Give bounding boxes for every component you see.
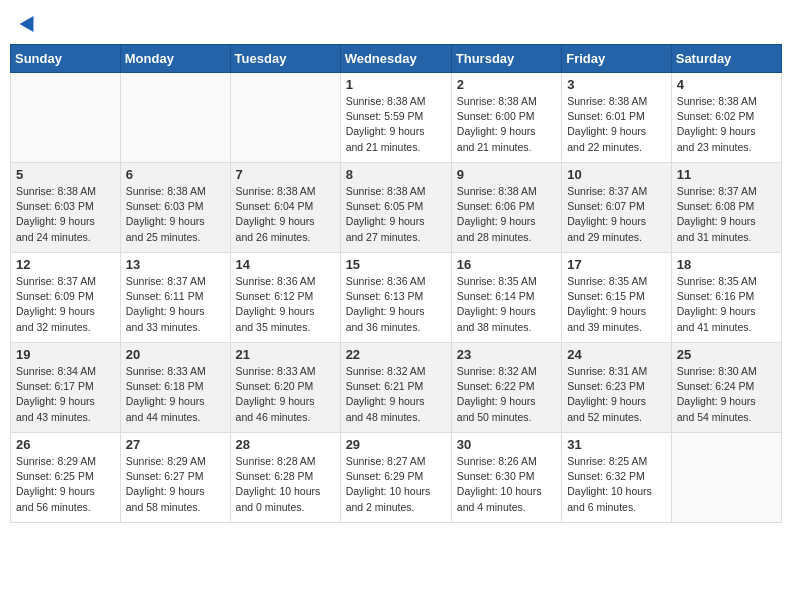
day-number: 26 [16,437,115,452]
calendar-day-5: 5Sunrise: 8:38 AM Sunset: 6:03 PM Daylig… [11,163,121,253]
calendar-day-3: 3Sunrise: 8:38 AM Sunset: 6:01 PM Daylig… [562,73,672,163]
day-info: Sunrise: 8:29 AM Sunset: 6:27 PM Dayligh… [126,454,225,515]
calendar-day-23: 23Sunrise: 8:32 AM Sunset: 6:22 PM Dayli… [451,343,561,433]
page-header [10,10,782,34]
day-number: 2 [457,77,556,92]
day-number: 15 [346,257,446,272]
calendar-day-30: 30Sunrise: 8:26 AM Sunset: 6:30 PM Dayli… [451,433,561,523]
day-number: 3 [567,77,666,92]
calendar-table: SundayMondayTuesdayWednesdayThursdayFrid… [10,44,782,523]
day-number: 27 [126,437,225,452]
calendar-day-28: 28Sunrise: 8:28 AM Sunset: 6:28 PM Dayli… [230,433,340,523]
calendar-header-monday: Monday [120,45,230,73]
day-number: 25 [677,347,776,362]
day-info: Sunrise: 8:26 AM Sunset: 6:30 PM Dayligh… [457,454,556,515]
calendar-day-19: 19Sunrise: 8:34 AM Sunset: 6:17 PM Dayli… [11,343,121,433]
calendar-week-row: 1Sunrise: 8:38 AM Sunset: 5:59 PM Daylig… [11,73,782,163]
day-number: 24 [567,347,666,362]
day-info: Sunrise: 8:28 AM Sunset: 6:28 PM Dayligh… [236,454,335,515]
calendar-empty-cell [11,73,121,163]
calendar-header-tuesday: Tuesday [230,45,340,73]
day-info: Sunrise: 8:37 AM Sunset: 6:07 PM Dayligh… [567,184,666,245]
calendar-day-20: 20Sunrise: 8:33 AM Sunset: 6:18 PM Dayli… [120,343,230,433]
calendar-empty-cell [230,73,340,163]
day-number: 18 [677,257,776,272]
day-info: Sunrise: 8:38 AM Sunset: 6:00 PM Dayligh… [457,94,556,155]
day-number: 6 [126,167,225,182]
day-info: Sunrise: 8:36 AM Sunset: 6:13 PM Dayligh… [346,274,446,335]
day-info: Sunrise: 8:38 AM Sunset: 6:01 PM Dayligh… [567,94,666,155]
calendar-day-26: 26Sunrise: 8:29 AM Sunset: 6:25 PM Dayli… [11,433,121,523]
day-number: 11 [677,167,776,182]
day-info: Sunrise: 8:38 AM Sunset: 6:03 PM Dayligh… [16,184,115,245]
calendar-day-16: 16Sunrise: 8:35 AM Sunset: 6:14 PM Dayli… [451,253,561,343]
day-info: Sunrise: 8:34 AM Sunset: 6:17 PM Dayligh… [16,364,115,425]
day-number: 22 [346,347,446,362]
day-number: 13 [126,257,225,272]
calendar-day-2: 2Sunrise: 8:38 AM Sunset: 6:00 PM Daylig… [451,73,561,163]
day-info: Sunrise: 8:37 AM Sunset: 6:11 PM Dayligh… [126,274,225,335]
calendar-empty-cell [671,433,781,523]
calendar-day-22: 22Sunrise: 8:32 AM Sunset: 6:21 PM Dayli… [340,343,451,433]
day-number: 30 [457,437,556,452]
calendar-day-12: 12Sunrise: 8:37 AM Sunset: 6:09 PM Dayli… [11,253,121,343]
day-number: 23 [457,347,556,362]
day-number: 16 [457,257,556,272]
calendar-day-14: 14Sunrise: 8:36 AM Sunset: 6:12 PM Dayli… [230,253,340,343]
calendar-day-6: 6Sunrise: 8:38 AM Sunset: 6:03 PM Daylig… [120,163,230,253]
calendar-header-wednesday: Wednesday [340,45,451,73]
calendar-day-21: 21Sunrise: 8:33 AM Sunset: 6:20 PM Dayli… [230,343,340,433]
calendar-day-13: 13Sunrise: 8:37 AM Sunset: 6:11 PM Dayli… [120,253,230,343]
day-info: Sunrise: 8:35 AM Sunset: 6:15 PM Dayligh… [567,274,666,335]
calendar-day-7: 7Sunrise: 8:38 AM Sunset: 6:04 PM Daylig… [230,163,340,253]
logo [20,15,38,29]
day-number: 4 [677,77,776,92]
day-number: 5 [16,167,115,182]
day-info: Sunrise: 8:35 AM Sunset: 6:14 PM Dayligh… [457,274,556,335]
day-number: 20 [126,347,225,362]
calendar-header-thursday: Thursday [451,45,561,73]
calendar-day-8: 8Sunrise: 8:38 AM Sunset: 6:05 PM Daylig… [340,163,451,253]
day-info: Sunrise: 8:32 AM Sunset: 6:22 PM Dayligh… [457,364,556,425]
day-info: Sunrise: 8:38 AM Sunset: 6:02 PM Dayligh… [677,94,776,155]
calendar-day-4: 4Sunrise: 8:38 AM Sunset: 6:02 PM Daylig… [671,73,781,163]
day-info: Sunrise: 8:38 AM Sunset: 6:06 PM Dayligh… [457,184,556,245]
day-info: Sunrise: 8:36 AM Sunset: 6:12 PM Dayligh… [236,274,335,335]
calendar-week-row: 5Sunrise: 8:38 AM Sunset: 6:03 PM Daylig… [11,163,782,253]
day-number: 1 [346,77,446,92]
calendar-empty-cell [120,73,230,163]
day-info: Sunrise: 8:29 AM Sunset: 6:25 PM Dayligh… [16,454,115,515]
day-info: Sunrise: 8:37 AM Sunset: 6:09 PM Dayligh… [16,274,115,335]
day-info: Sunrise: 8:38 AM Sunset: 5:59 PM Dayligh… [346,94,446,155]
calendar-day-1: 1Sunrise: 8:38 AM Sunset: 5:59 PM Daylig… [340,73,451,163]
calendar-header-saturday: Saturday [671,45,781,73]
day-number: 17 [567,257,666,272]
calendar-week-row: 26Sunrise: 8:29 AM Sunset: 6:25 PM Dayli… [11,433,782,523]
day-number: 8 [346,167,446,182]
day-info: Sunrise: 8:25 AM Sunset: 6:32 PM Dayligh… [567,454,666,515]
day-number: 12 [16,257,115,272]
day-info: Sunrise: 8:38 AM Sunset: 6:04 PM Dayligh… [236,184,335,245]
day-number: 31 [567,437,666,452]
day-info: Sunrise: 8:38 AM Sunset: 6:03 PM Dayligh… [126,184,225,245]
day-number: 9 [457,167,556,182]
calendar-day-10: 10Sunrise: 8:37 AM Sunset: 6:07 PM Dayli… [562,163,672,253]
day-info: Sunrise: 8:33 AM Sunset: 6:20 PM Dayligh… [236,364,335,425]
calendar-header-friday: Friday [562,45,672,73]
day-number: 29 [346,437,446,452]
calendar-day-31: 31Sunrise: 8:25 AM Sunset: 6:32 PM Dayli… [562,433,672,523]
day-info: Sunrise: 8:35 AM Sunset: 6:16 PM Dayligh… [677,274,776,335]
calendar-day-25: 25Sunrise: 8:30 AM Sunset: 6:24 PM Dayli… [671,343,781,433]
calendar-day-27: 27Sunrise: 8:29 AM Sunset: 6:27 PM Dayli… [120,433,230,523]
calendar-day-11: 11Sunrise: 8:37 AM Sunset: 6:08 PM Dayli… [671,163,781,253]
day-info: Sunrise: 8:38 AM Sunset: 6:05 PM Dayligh… [346,184,446,245]
calendar-day-29: 29Sunrise: 8:27 AM Sunset: 6:29 PM Dayli… [340,433,451,523]
calendar-day-15: 15Sunrise: 8:36 AM Sunset: 6:13 PM Dayli… [340,253,451,343]
calendar-day-24: 24Sunrise: 8:31 AM Sunset: 6:23 PM Dayli… [562,343,672,433]
calendar-day-18: 18Sunrise: 8:35 AM Sunset: 6:16 PM Dayli… [671,253,781,343]
calendar-week-row: 19Sunrise: 8:34 AM Sunset: 6:17 PM Dayli… [11,343,782,433]
calendar-header-row: SundayMondayTuesdayWednesdayThursdayFrid… [11,45,782,73]
day-info: Sunrise: 8:30 AM Sunset: 6:24 PM Dayligh… [677,364,776,425]
day-number: 19 [16,347,115,362]
day-number: 10 [567,167,666,182]
